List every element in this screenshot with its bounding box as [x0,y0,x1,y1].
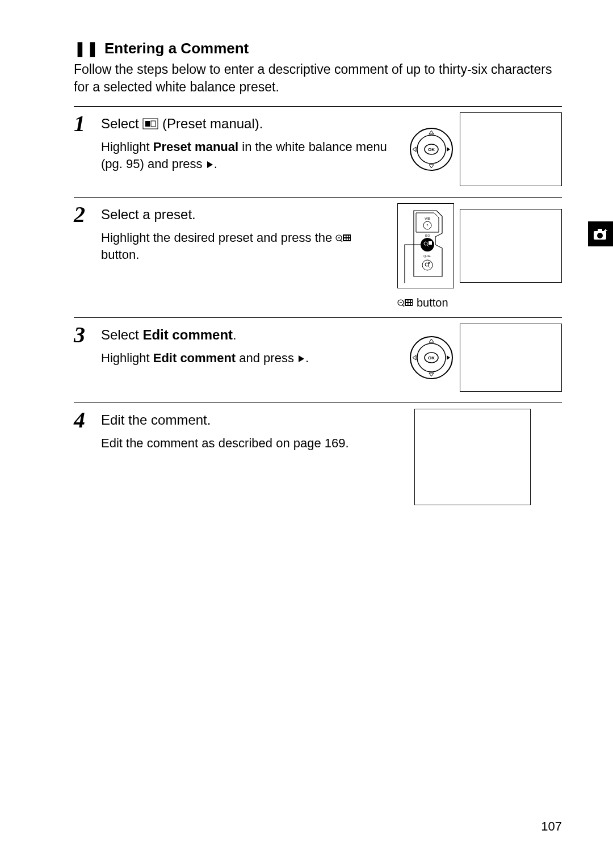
svg-marker-11 [447,147,450,152]
lcd-screenshot-placeholder [460,324,562,392]
section-bullet-icon: ❚❚ [74,40,99,57]
step-number: 2 [74,203,101,309]
step-heading: Select a preset. [101,207,384,223]
preset-pre-icon [142,118,158,129]
svg-rect-2 [151,121,156,127]
step-heading: Edit the comment. [101,412,401,428]
svg-marker-3 [207,161,213,168]
right-triangle-icon [206,156,214,173]
lcd-screenshot-placeholder [460,209,562,283]
svg-rect-44 [409,303,410,305]
svg-rect-21 [349,238,350,240]
svg-marker-8 [429,131,434,134]
figure-caption: button [397,296,448,309]
svg-rect-16 [344,236,346,237]
svg-marker-46 [299,355,304,362]
svg-rect-17 [347,236,349,237]
svg-line-33 [428,266,430,267]
svg-marker-51 [429,339,434,342]
svg-point-57 [597,233,603,238]
svg-rect-45 [411,303,412,305]
step-1: 1 Select (Preset manual). Highlight Pres… [74,107,562,198]
right-triangle-icon [297,350,305,367]
svg-rect-29 [429,241,432,245]
camera-icon [593,228,608,240]
lcd-screenshot-placeholder [414,409,531,505]
svg-marker-53 [413,355,416,360]
svg-point-31 [422,260,433,270]
dpad-selector-icon: OK [409,127,454,172]
svg-rect-56 [598,229,602,232]
section-intro: Follow the steps below to enter a descri… [74,61,562,96]
svg-rect-18 [349,236,350,237]
svg-rect-1 [145,121,150,127]
svg-line-38 [402,305,404,307]
step-number: 4 [74,409,101,505]
svg-marker-52 [429,373,434,376]
step-list: 1 Select (Preset manual). Highlight Pres… [74,106,562,513]
section-title-text: Entering a Comment [104,40,249,57]
svg-marker-54 [447,355,450,360]
svg-point-26 [421,238,434,251]
svg-text:?: ? [427,224,429,227]
step-heading: Select (Preset manual). [101,116,395,132]
svg-rect-39 [405,299,413,306]
section-heading: ❚❚Entering a Comment Follow the steps be… [74,40,562,96]
svg-text:QUAL: QUAL [423,254,431,258]
svg-text:OK: OK [428,147,435,152]
svg-marker-10 [413,147,416,152]
step-4: 4 Edit the comment. Edit the comment as … [74,403,562,513]
svg-line-14 [341,240,342,242]
svg-marker-9 [429,165,434,168]
step-detail: Highlight Edit comment and press . [101,350,395,367]
svg-rect-42 [411,300,412,302]
svg-rect-43 [406,303,408,305]
zoom-out-thumbnail-icon [335,230,351,245]
svg-text:WB: WB [425,217,430,220]
step-heading: Select Edit comment. [101,327,395,343]
step-detail: Highlight Preset manual in the white bal… [101,139,395,173]
svg-rect-41 [409,300,410,302]
dpad-selector-icon: OK [409,335,454,380]
side-section-tab [588,221,613,246]
svg-rect-40 [406,300,408,302]
step-number: 3 [74,324,101,395]
svg-text:OK: OK [428,355,435,360]
svg-text:ISO: ISO [425,234,430,237]
svg-rect-20 [347,238,349,240]
svg-rect-19 [344,238,346,240]
svg-rect-15 [343,234,351,241]
step-number: 1 [74,112,101,189]
step-3: 3 Select Edit comment. Highlight Edit co… [74,318,562,403]
camera-button-diagram: WB ? ISO QUAL [397,203,454,288]
step-2: 2 Select a preset. Highlight the desired… [74,198,562,318]
step-detail: Highlight the desired preset and press t… [101,229,384,263]
step-detail: Edit the comment as described on page 16… [101,435,401,452]
page-number: 107 [541,819,562,834]
lcd-screenshot-placeholder [460,112,562,186]
zoom-out-thumbnail-icon [397,296,413,309]
